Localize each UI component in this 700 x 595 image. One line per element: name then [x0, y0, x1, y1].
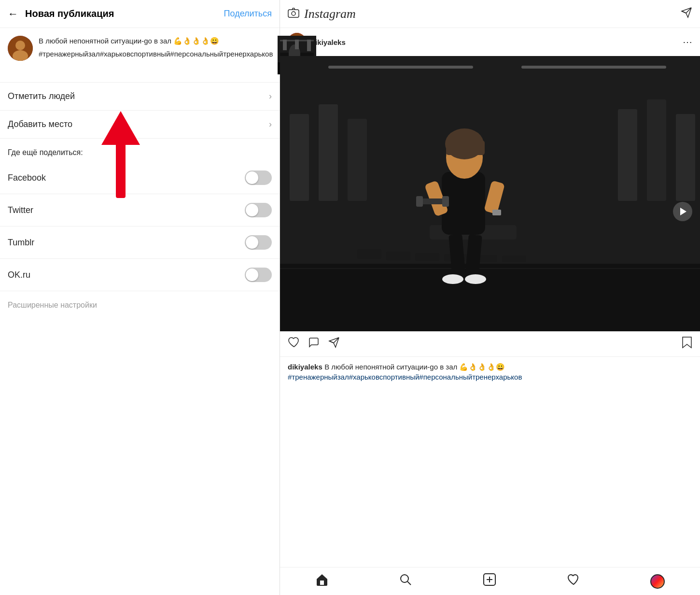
tumblr-label: Tumblr	[8, 238, 34, 248]
caption-area: dikiyaleks В любой непонятной ситуации-g…	[280, 357, 700, 567]
add-location-label: Добавить место	[8, 119, 72, 129]
search-nav-icon[interactable]	[399, 573, 412, 590]
twitter-label: Twitter	[8, 205, 33, 215]
post-username: dikiyaleks	[311, 38, 683, 46]
share-icon[interactable]	[328, 337, 341, 351]
svg-point-43	[442, 274, 463, 284]
svg-rect-54	[492, 210, 501, 215]
svg-rect-38	[502, 255, 526, 262]
page-title: Новая публикация	[25, 8, 224, 19]
svg-rect-48	[416, 196, 423, 207]
toggle-knob	[246, 171, 258, 184]
add-location-row[interactable]: Добавить место ›	[0, 111, 280, 139]
svg-rect-27	[319, 104, 338, 201]
post-caption: dikiyaleks В любой непонятной ситуации-g…	[288, 362, 692, 373]
share-section-title: Где ещё поделиться:	[0, 139, 280, 162]
facebook-toggle-row: Facebook	[0, 162, 280, 194]
left-header: ← Новая публикация Поделиться	[0, 0, 280, 28]
svg-line-59	[407, 581, 411, 585]
svg-rect-30	[647, 99, 666, 201]
tumblr-toggle[interactable]	[245, 235, 272, 250]
svg-rect-25	[280, 264, 700, 331]
svg-point-1	[15, 41, 25, 50]
post-header: dikiyaleks ⋯	[280, 28, 700, 56]
activity-nav-icon[interactable]	[567, 573, 580, 590]
profile-nav-avatar[interactable]	[650, 574, 665, 589]
right-panel: Instagram dikiyaleks ⋯	[280, 0, 700, 595]
advanced-settings-link[interactable]: Расширенные настройки	[0, 291, 280, 319]
svg-point-44	[465, 274, 486, 284]
svg-marker-57	[683, 337, 691, 348]
comment-icon[interactable]	[308, 337, 321, 351]
caption-main: В любой непонятной ситуации-go в зал 💪👌👌…	[324, 363, 505, 371]
facebook-label: Facebook	[8, 173, 46, 183]
post-preview: В любой непонятной ситуации-go в зал 💪👌👌…	[0, 28, 280, 83]
video-play-button[interactable]	[673, 202, 692, 221]
caption-hashtags: #тренажерныйзал#харьковспортивный#персон…	[288, 373, 522, 381]
twitter-toggle-row: Twitter	[0, 194, 280, 227]
caption-text: В любой непонятной ситуации-go в зал 💪👌👌…	[39, 36, 273, 47]
tag-people-row[interactable]: Отметить людей ›	[0, 83, 280, 111]
svg-rect-24	[521, 66, 666, 69]
svg-rect-16	[288, 10, 299, 17]
caption-username: dikiyaleks	[288, 363, 322, 371]
tag-people-label: Отметить людей	[8, 91, 75, 101]
svg-rect-28	[348, 119, 367, 201]
svg-rect-31	[676, 114, 695, 201]
twitter-toggle[interactable]	[245, 203, 272, 217]
svg-point-58	[401, 575, 408, 582]
home-nav-icon[interactable]	[315, 573, 329, 590]
toggle-knob-tumblr	[246, 236, 258, 249]
svg-point-17	[292, 12, 295, 15]
toggle-knob-twitter	[246, 204, 258, 216]
bookmark-icon[interactable]	[682, 336, 692, 352]
back-arrow-icon[interactable]: ←	[8, 8, 18, 20]
avatar	[8, 36, 33, 61]
svg-rect-35	[415, 253, 439, 261]
chevron-right-icon-2: ›	[269, 119, 272, 129]
svg-rect-49	[442, 196, 449, 207]
chevron-right-icon: ›	[269, 91, 272, 101]
direct-message-icon[interactable]	[681, 7, 692, 21]
left-panel: ← Новая публикация Поделиться В любой не…	[0, 0, 280, 595]
toggle-knob-okru	[246, 269, 258, 281]
okru-label: OK.ru	[8, 270, 30, 280]
svg-rect-33	[357, 249, 381, 259]
svg-rect-23	[328, 66, 473, 69]
camera-icon[interactable]	[288, 7, 299, 21]
facebook-toggle[interactable]	[245, 170, 272, 185]
okru-toggle[interactable]	[245, 268, 272, 282]
okru-toggle-row: OK.ru	[0, 259, 280, 291]
svg-rect-34	[386, 252, 410, 260]
post-image	[280, 56, 700, 331]
left-panel-wrapper: ← Новая публикация Поделиться В любой не…	[0, 0, 280, 595]
share-button[interactable]: Поделиться	[224, 9, 272, 19]
tumblr-toggle-row: Tumblr	[0, 227, 280, 259]
bottom-nav	[280, 567, 700, 595]
svg-rect-26	[290, 114, 309, 201]
post-text-area: В любой непонятной ситуации-go в зал 💪👌👌…	[39, 36, 273, 59]
ig-header: Instagram	[280, 0, 700, 28]
more-options-icon[interactable]: ⋯	[683, 36, 692, 48]
add-post-nav-icon[interactable]	[483, 573, 496, 590]
svg-rect-29	[618, 109, 637, 201]
svg-rect-53	[446, 141, 485, 155]
hashtag-text: #тренажерныйзал#харьковспортивный#персон…	[39, 49, 273, 60]
actions-row	[280, 331, 700, 357]
like-icon[interactable]	[288, 337, 300, 351]
instagram-logo: Instagram	[304, 7, 681, 21]
svg-marker-55	[680, 208, 686, 215]
